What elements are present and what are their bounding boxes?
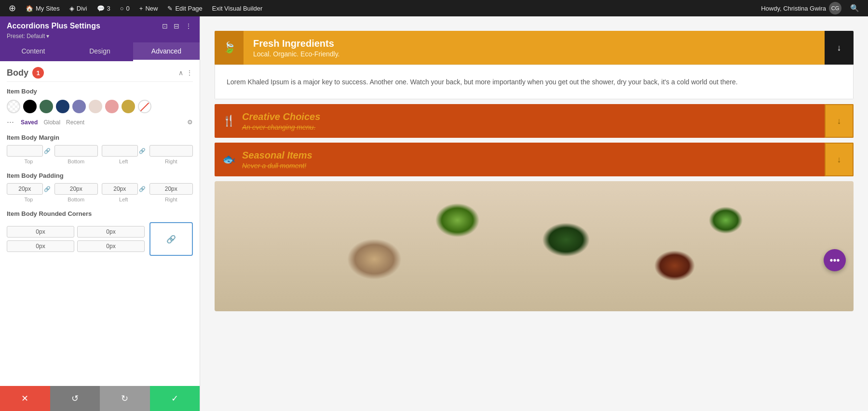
margin-left-input[interactable] [102,145,138,157]
wordpress-icon-btn[interactable]: ⊕ [4,0,21,16]
margin-right-with-link [149,145,193,157]
corner-top-right-input[interactable] [77,226,145,238]
swatch-tabs-row: ··· Saved Global Recent ⚙ [7,117,193,127]
gold-swatch[interactable] [122,100,135,113]
swatch-settings-icon[interactable]: ⚙ [187,119,193,126]
notifications-btn[interactable]: ○ 0 [115,0,135,16]
light-pink-swatch[interactable] [89,100,102,113]
swatch-tab-global[interactable]: Global [41,118,62,127]
search-icon[interactable]: 🔍 [845,4,864,13]
accordion-creative: 🍴 Creative Choices An ever-changing menu… [215,104,854,138]
chevron-down-icon: ↓ [837,43,841,53]
corner-bottom-left-input[interactable] [7,240,74,252]
edit-page-btn[interactable]: ✎ Edit Page [163,0,207,16]
panel-tabs: Content Design Advanced [0,42,200,61]
padding-right-cell: Right [149,183,193,202]
margin-link-icon[interactable]: 🔗 [44,148,51,154]
cancel-button[interactable]: ✕ [0,386,50,411]
padding-link-icon[interactable]: 🔗 [44,186,51,192]
rounded-corners-section: Item Body Rounded Corners 🔗 [7,210,193,256]
dark-blue-swatch[interactable] [56,100,69,113]
panel-preset[interactable]: Preset: Default ▾ [7,33,193,40]
link-corners-icon[interactable]: 🔗 [166,235,176,244]
margin-right-input[interactable] [149,145,193,157]
panel-title: Accordions Plus Settings [7,22,100,30]
save-icon: ✓ [171,393,178,404]
margin-bottom-cell: Bottom [54,145,98,164]
transparent-swatch[interactable] [7,100,20,113]
padding-left-input[interactable] [102,183,138,195]
section-collapse-icon[interactable]: ∧ [178,69,183,77]
cancel-icon: ✕ [21,393,28,404]
corner-bottom-right-input[interactable] [77,240,145,252]
divi-btn[interactable]: ◈ Divi [65,0,92,16]
rounded-corners-visual: 🔗 [149,222,193,256]
none-swatch[interactable] [138,100,151,113]
padding-top-label: Top [24,197,33,202]
accordion-creative-header[interactable]: 🍴 Creative Choices An ever-changing menu… [215,104,854,138]
margin-bottom-input[interactable] [54,145,98,157]
item-body-margin-group: Item Body Margin 🔗 Top Bottom [7,134,193,164]
food-bowls-visual [215,181,854,311]
margin-top-label: Top [24,159,33,164]
tab-advanced[interactable]: Advanced [133,42,200,61]
padding-top-input[interactable] [7,183,43,195]
tab-design[interactable]: Design [67,42,133,61]
layout-icon[interactable]: ⊟ [173,21,180,31]
fish-icon: 🐟 [222,153,235,166]
comments-btn[interactable]: 💬 3 [92,0,115,16]
wordpress-icon: ⊕ [9,3,16,13]
chevron-down-icon-2: ↓ [837,116,841,126]
section-controls: ∧ ⋮ [178,69,193,77]
redo-icon: ↻ [121,393,128,404]
exit-visual-builder-btn[interactable]: Exit Visual Builder [207,0,268,16]
padding-top-cell: 🔗 Top [7,183,51,202]
padding-right-input[interactable] [149,183,193,195]
corner-top-left-input[interactable] [7,226,74,238]
panel-title-row: Accordions Plus Settings ⊡ ⊟ ⋮ [7,21,193,31]
accordion-creative-toggle[interactable]: ↓ [825,104,854,138]
user-avatar: CG [829,2,841,14]
swatch-tab-recent[interactable]: Recent [64,118,86,127]
expand-icon[interactable]: ⊡ [161,21,169,31]
left-panel: Accordions Plus Settings ⊡ ⊟ ⋮ Preset: D… [0,16,200,411]
dots-menu-icon[interactable]: ⋮ [184,21,193,31]
redo-button[interactable]: ↻ [100,386,150,411]
margin-top-input[interactable] [7,145,43,157]
section-options-icon[interactable]: ⋮ [186,69,193,77]
save-button[interactable]: ✓ [150,386,200,411]
accordion-seasonal-header[interactable]: 🐟 Seasonal Items Never a dull moment! ↓ [215,143,854,176]
leaf-icon: 🍃 [223,41,236,54]
accordion-seasonal-toggle[interactable]: ↓ [825,143,854,176]
padding-left-with-link: 🔗 [102,183,146,195]
tab-content[interactable]: Content [0,42,67,61]
panel-content: Body 1 ∧ ⋮ Item Body [0,61,200,386]
accordion-fresh-toggle[interactable]: ↓ [825,31,854,65]
padding-bottom-label: Bottom [68,197,84,202]
panel-title-icons: ⊡ ⊟ ⋮ [161,21,193,31]
padding-bottom-input[interactable] [54,183,98,195]
accordion-fresh-header[interactable]: 🍃 Fresh Ingredients Local. Organic. Eco-… [215,31,854,65]
floating-action-button[interactable]: ••• [824,249,846,271]
padding-left-label: Left [119,197,128,202]
dark-green-swatch[interactable] [40,100,53,113]
black-swatch[interactable] [23,100,37,113]
margin-top-with-link: 🔗 [7,145,51,157]
padding-left-link-icon[interactable]: 🔗 [139,186,146,192]
undo-button[interactable]: ↺ [50,386,100,411]
swatch-tab-saved[interactable]: Saved [19,118,40,127]
undo-icon: ↺ [71,393,79,404]
purple-swatch[interactable] [72,100,86,113]
chevron-down-icon-3: ↓ [837,155,841,165]
accordion-fresh-text: Fresh Ingredients Local. Organic. Eco-Fr… [253,38,339,58]
home-icon: 🏠 [26,5,33,12]
swatch-more-icon[interactable]: ··· [7,117,14,127]
item-body-padding-group: Item Body Padding 🔗 Top Bottom [7,172,193,202]
pink-swatch[interactable] [105,100,119,113]
new-btn[interactable]: + New [135,0,163,16]
item-body-label: Item Body [7,88,193,95]
padding-inputs-row: 🔗 Top Bottom 🔗 [7,183,193,202]
margin-left-link-icon[interactable]: 🔗 [139,148,146,154]
my-sites-btn[interactable]: 🏠 My Sites [21,0,65,16]
bottom-action-bar: ✕ ↺ ↻ ✓ [0,386,200,411]
